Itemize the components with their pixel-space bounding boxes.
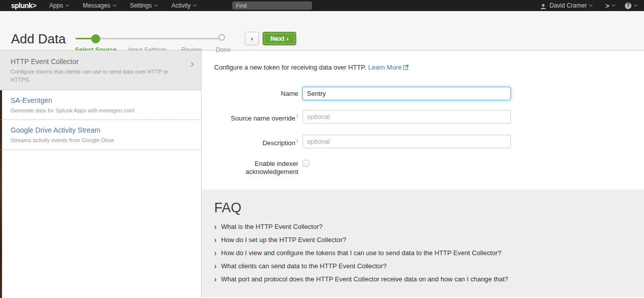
source-sidebar: HTTP Event Collector Configure tokens th… — [0, 50, 202, 298]
faq-item-what-is[interactable]: ›What is the HTTP Event Collector? — [214, 222, 631, 235]
label-line: Enable indexer — [214, 160, 298, 168]
nav-menu-apps[interactable]: Apps — [49, 2, 69, 9]
faq-question: What is the HTTP Event Collector? — [221, 223, 323, 230]
sidebar-item-sa-eventgen[interactable]: SA-Eventgen Generate data for Splunk App… — [0, 90, 201, 120]
name-input[interactable] — [302, 87, 511, 100]
next-button[interactable]: Next › — [263, 32, 296, 45]
chevron-down-icon — [154, 3, 158, 7]
nav-menu-messages[interactable]: Messages — [83, 2, 116, 9]
stepper-current-dot — [91, 34, 100, 43]
user-menu[interactable]: David Cramer — [549, 2, 592, 9]
sidebar-item-google-drive-activity-stream[interactable]: Google Drive Activity Stream Streams act… — [0, 120, 201, 150]
nav-menu-label: Messages — [83, 2, 110, 9]
find-search-input[interactable] — [232, 2, 312, 10]
faq-question: What port and protocol does the HTTP Eve… — [221, 275, 508, 283]
splunk-logo[interactable]: splunk> — [11, 2, 36, 10]
faq-item-set-up[interactable]: ›How do I set up the HTTP Event Collecto… — [214, 235, 631, 249]
label-line: acknowledgement — [214, 168, 298, 176]
help-question-icon[interactable]: ? — [296, 114, 298, 119]
faq-question: How do I set up the HTTP Event Collector… — [221, 236, 346, 244]
form-row-source-override: Source name override? — [214, 110, 644, 125]
chevron-right-icon: › — [214, 274, 217, 283]
chevron-down-icon — [612, 3, 615, 7]
source-description: Configure tokens that clients can use to… — [11, 68, 179, 84]
step-done: Done — [216, 46, 231, 53]
learn-more-link[interactable]: Learn More — [368, 64, 408, 71]
faq-question: How do I view and configure the tokens t… — [221, 249, 501, 257]
chevron-down-icon — [589, 3, 593, 7]
activator-menu[interactable]: > — [605, 2, 615, 10]
source-title: HTTP Event Collector — [11, 57, 179, 66]
faq-item-view-configure-tokens[interactable]: ›How do I view and configure the tokens … — [214, 249, 631, 262]
main-panel: Configure a new token for receiving data… — [202, 50, 644, 298]
faq-item-port-protocol[interactable]: ›What port and protocol does the HTTP Ev… — [214, 275, 631, 288]
wizard-stepper: Select Source Input Settings Review Done — [0, 11, 237, 50]
faq-title: FAQ — [214, 200, 631, 216]
source-override-input[interactable] — [302, 110, 511, 124]
name-label: Name — [214, 87, 298, 100]
external-link-icon — [403, 64, 409, 72]
stepper-track-line — [96, 38, 223, 39]
nav-menu-label: Activity — [171, 2, 190, 9]
wizard-header: Add Data Select Source Input Settings Re… — [0, 11, 644, 50]
nav-menu-settings[interactable]: Settings — [130, 2, 157, 9]
nav-menu-label: Apps — [49, 2, 63, 9]
chevron-right-icon: › — [214, 248, 217, 257]
help-question-icon[interactable]: ? — [296, 139, 298, 144]
chevron-right-icon: › — [214, 234, 217, 244]
logo-text: splunk — [11, 2, 32, 10]
source-description: Streams activity events from Google Driv… — [11, 136, 179, 144]
description-input[interactable] — [302, 135, 511, 148]
top-nav-bar: splunk> Apps Messages Settings Activity … — [0, 0, 644, 11]
description-label: Description? — [214, 135, 298, 150]
faq-question: What clients can send data to the HTTP E… — [221, 262, 387, 270]
nav-menu-label: Settings — [130, 2, 152, 9]
user-name: David Cramer — [549, 2, 587, 9]
intro-text: Configure a new token for receiving data… — [214, 64, 366, 71]
faq-section: FAQ ›What is the HTTP Event Collector? ›… — [202, 190, 644, 297]
label-text: Description — [263, 140, 295, 147]
chevron-right-icon: › — [214, 261, 217, 270]
help-icon: ? — [625, 3, 631, 9]
nav-menu-activity[interactable]: Activity — [171, 2, 196, 9]
chevron-down-icon — [66, 3, 69, 7]
back-button[interactable]: ‹ — [245, 32, 259, 45]
chevron-right-icon: › — [190, 58, 194, 70]
indexer-ack-label: Enable indexer acknowledgement — [214, 160, 298, 176]
chevron-right-icon: › — [214, 221, 217, 231]
form-intro: Configure a new token for receiving data… — [214, 64, 644, 72]
learn-more-label: Learn More — [368, 64, 401, 71]
indexer-ack-checkbox[interactable] — [302, 160, 309, 167]
faq-item-what-clients[interactable]: ›What clients can send data to the HTTP … — [214, 262, 631, 275]
help-menu[interactable]: ? — [625, 3, 637, 9]
stepper-end-circle — [218, 34, 225, 41]
source-title: Google Drive Activity Stream — [11, 126, 179, 134]
chevron-down-icon — [113, 3, 116, 7]
source-override-label: Source name override? — [214, 110, 298, 125]
activator-icon: > — [605, 2, 609, 10]
user-avatar-icon — [540, 3, 546, 9]
logo-chevron-icon: > — [32, 2, 36, 10]
form-row-indexer-ack: Enable indexer acknowledgement — [214, 160, 644, 176]
form-row-description: Description? — [214, 135, 644, 150]
chevron-down-icon — [634, 3, 637, 7]
label-text: Source name override — [231, 114, 295, 122]
form-row-name: Name — [214, 87, 644, 100]
source-title: SA-Eventgen — [11, 96, 179, 104]
source-description: Generate data for Splunk Apps with event… — [11, 106, 179, 114]
token-form: Configure a new token for receiving data… — [202, 50, 644, 176]
chevron-down-icon — [193, 3, 197, 7]
sidebar-item-http-event-collector[interactable]: HTTP Event Collector Configure tokens th… — [0, 50, 201, 90]
